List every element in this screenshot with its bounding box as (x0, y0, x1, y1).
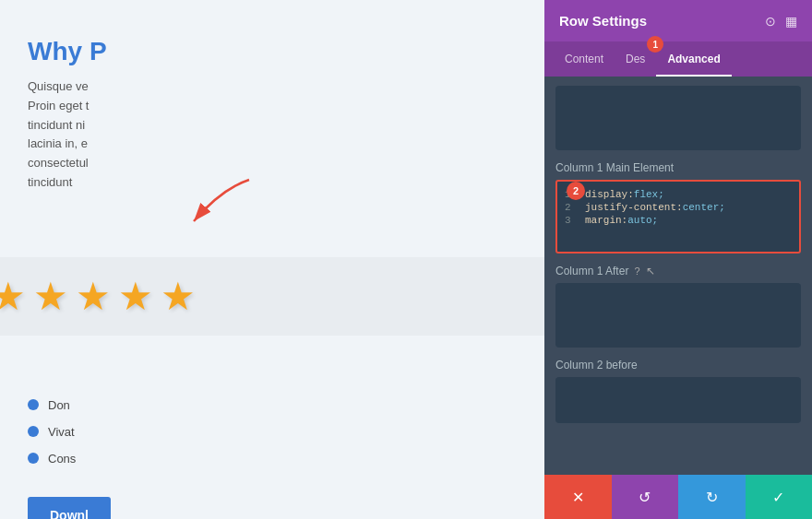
bullet-dot (28, 426, 39, 437)
list-item: Vivat (28, 425, 517, 439)
question-icon: ? (634, 265, 639, 277)
star-3: ★ (76, 274, 111, 319)
cursor-icon: ↖ (646, 265, 655, 277)
bullet-dot (28, 399, 39, 410)
star-5: ★ (161, 274, 196, 319)
download-button[interactable]: Downl (28, 497, 111, 519)
column1-after-code[interactable] (555, 283, 801, 348)
list-item: Don (28, 398, 517, 412)
panel-title: Row Settings (559, 13, 647, 29)
tabs-row: Content Des 1 Advanced (544, 41, 812, 77)
page-description: Quisque veProin eget ttincidunt nilacini… (28, 77, 517, 193)
column2-before-label: Column 2 before (555, 359, 801, 372)
tab-content[interactable]: Content (554, 41, 615, 77)
star-1: ★ (0, 274, 26, 319)
list-item-text: Vivat (48, 425, 75, 439)
code-line-3: 3 margin: auto; (565, 215, 792, 226)
undo-button[interactable]: ↺ (612, 475, 679, 519)
star-2: ★ (33, 274, 68, 319)
tab-design[interactable]: Des 1 (615, 41, 656, 77)
list-item-text: Don (48, 398, 70, 412)
header-icons: ⊙ ▦ (765, 14, 797, 29)
panel-header: Row Settings ⊙ ▦ (544, 0, 812, 41)
star-4: ★ (118, 274, 153, 319)
code-line-2: 2 justify-content: center; (565, 202, 792, 213)
column1-after-label: Column 1 After ? ↖ (555, 265, 801, 277)
code-line-1: 1 display: flex; (565, 189, 792, 200)
left-panel: Why P Quisque veProin eget ttincidunt ni… (0, 0, 544, 519)
redo-button[interactable]: ↻ (678, 475, 746, 519)
column1-main-label: Column 1 Main Element (555, 161, 801, 174)
panel-body: Column 1 Main Element 1 display: flex; 2… (544, 77, 812, 475)
save-button[interactable]: ✓ (746, 475, 813, 519)
left-content: Why P Quisque veProin eget ttincidunt ni… (0, 0, 544, 230)
cancel-button[interactable]: ✕ (544, 475, 612, 519)
badge-2: 2 (567, 182, 585, 200)
target-icon[interactable]: ⊙ (765, 14, 776, 29)
bullet-dot (28, 453, 39, 464)
bullet-list: Don Vivat Cons (28, 398, 517, 466)
top-code-area[interactable] (555, 86, 801, 150)
list-item: Cons (28, 452, 517, 466)
page-title: Why P (28, 37, 517, 66)
panel-footer: ✕ ↺ ↻ ✓ (544, 475, 812, 519)
layout-icon[interactable]: ▦ (785, 14, 797, 29)
column1-main-code[interactable]: 1 display: flex; 2 justify-content: cent… (555, 180, 801, 254)
tab-advanced[interactable]: Advanced (656, 41, 731, 77)
row-settings-panel: Row Settings ⊙ ▦ Content Des 1 Advanced … (544, 0, 812, 519)
list-item-text: Cons (48, 452, 76, 466)
column2-before-code[interactable] (555, 377, 801, 423)
bullet-section: Don Vivat Cons Downl (0, 336, 544, 519)
stars-row: ★ ★ ★ ★ ★ (0, 257, 544, 336)
